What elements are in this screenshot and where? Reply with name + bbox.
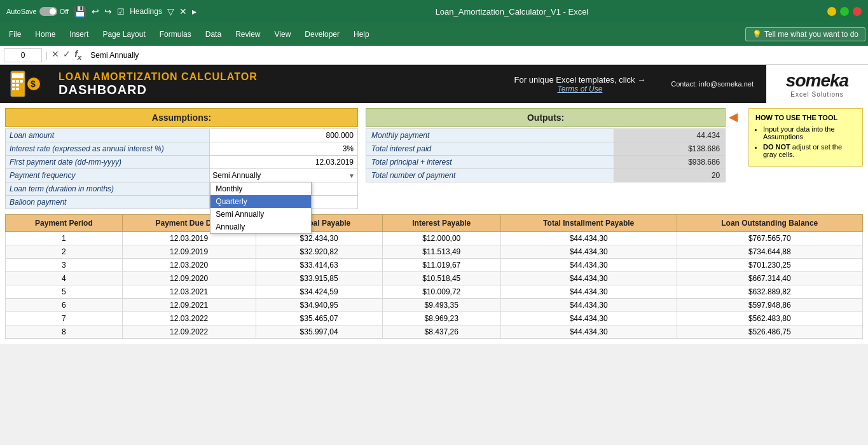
col-header-total-installment: Total Installment Payable: [500, 215, 677, 232]
table-cell-r3-c2: 12.03.2020: [122, 259, 256, 272]
autosave-toggle[interactable]: [39, 7, 57, 16]
outputs-section: Outputs: Monthly payment 44.434 Total in…: [366, 108, 726, 182]
cancel-formula-icon[interactable]: ✕: [52, 49, 59, 61]
outputs-with-arrow: Outputs: Monthly payment 44.434 Total in…: [366, 108, 863, 182]
filter-icon[interactable]: ▽: [167, 6, 174, 17]
menu-insert[interactable]: Insert: [63, 27, 95, 41]
table-cell-r1-c5: $44.434,30: [500, 232, 677, 245]
svg-rect-4: [20, 80, 23, 83]
svg-rect-5: [12, 84, 15, 86]
table-cell-r2-c2: 12.09.2019: [122, 245, 256, 259]
table-cell-r3-c1: 3: [6, 259, 123, 272]
table-header-row: Payment Period Payment Due Date Principa…: [6, 215, 863, 232]
insert-function-icon[interactable]: fx: [74, 49, 81, 61]
interest-rate-value[interactable]: 3%: [210, 142, 358, 156]
headings-button[interactable]: Headings: [130, 7, 162, 16]
menu-developer[interactable]: Developer: [298, 27, 346, 41]
table-row: 312.03.2020$33.414,63$11.019,67$44.434,3…: [6, 259, 863, 272]
dropdown-option-semi-annually[interactable]: Semi Annually: [210, 208, 311, 221]
dash-subtitle: DASHBOARD: [59, 83, 494, 97]
table-row: Total number of payment 20: [366, 169, 726, 182]
menu-review[interactable]: Review: [229, 27, 266, 41]
table-cell-r8-c1: 8: [6, 325, 123, 339]
first-payment-label: First payment date (dd-mm-yyyy): [6, 156, 210, 169]
table-cell-r3-c4: $11.019,67: [382, 259, 500, 272]
table-row: 112.03.2019$32.434,30$12.000,00$44.434,3…: [6, 232, 863, 245]
assumptions-table: Loan amount 800.000 Interest rate (expre…: [5, 128, 358, 209]
table-row: 712.03.2022$35.465,07$8.969,23$44.434,30…: [6, 312, 863, 325]
menu-home[interactable]: Home: [29, 27, 62, 41]
menu-view[interactable]: View: [268, 27, 298, 41]
menu-page-layout[interactable]: Page Layout: [96, 27, 151, 41]
payment-table-body: 112.03.2019$32.434,30$12.000,00$44.434,3…: [6, 232, 863, 339]
filter-x-icon[interactable]: ✕: [179, 6, 187, 17]
save-icon[interactable]: 💾: [74, 6, 86, 18]
formula-input[interactable]: [85, 51, 864, 60]
how-to-use-box: HOW TO USE THE TOOL Input your data into…: [748, 108, 863, 167]
terms-of-use-link[interactable]: Terms of Use: [557, 85, 602, 93]
menu-data[interactable]: Data: [199, 27, 228, 41]
info-arrow-icon: ◄: [726, 108, 741, 126]
table-cell-r6-c6: $597.948,86: [677, 299, 862, 312]
table-cell-r7-c2: 12.03.2022: [122, 312, 256, 325]
tell-me-input[interactable]: 💡 Tell me what you want to do: [745, 27, 865, 41]
interest-rate-label: Interest rate (expressed as annual inter…: [6, 142, 210, 156]
title-bar-right: [827, 7, 862, 16]
payment-table: Payment Period Payment Due Date Principa…: [5, 214, 863, 339]
menu-file[interactable]: File: [3, 27, 27, 41]
table-row: 412.09.2020$33.915,85$10.518,45$44.434,3…: [6, 272, 863, 285]
payment-frequency-label: Payment frequency: [6, 169, 210, 182]
total-principal-label: Total principal + interest: [366, 156, 614, 169]
table-cell-r5-c3: $34.424,59: [256, 285, 382, 299]
total-principal-value: $938.686: [614, 156, 726, 169]
table-cell-r8-c2: 12.09.2022: [122, 325, 256, 339]
title-bar-title: Loan_Amortization_Calculator_V1 - Excel: [436, 7, 589, 17]
table-row: Monthly payment 44.434: [366, 129, 726, 142]
table-cell-r5-c5: $44.434,30: [500, 285, 677, 299]
table-row: First payment date (dd-mm-yyyy) 12.03.20…: [6, 156, 358, 169]
monthly-payment-value: 44.434: [614, 129, 726, 142]
brand-sub: Excel Solutions: [790, 91, 843, 98]
how-to-list: Input your data into the Assumptions DO …: [755, 125, 856, 158]
formula-icons: ✕ ✓ fx: [52, 49, 81, 61]
table-cell-r6-c4: $9.493,35: [382, 299, 500, 312]
redo-icon[interactable]: ↪: [104, 6, 112, 17]
table-cell-r5-c2: 12.03.2021: [122, 285, 256, 299]
close-btn[interactable]: [853, 7, 862, 16]
table-row: 612.09.2021$34.940,95$9.493,35$44.434,30…: [6, 299, 863, 312]
dropdown-option-quarterly[interactable]: Quarterly: [210, 195, 311, 208]
undo-icon[interactable]: ↩: [92, 6, 99, 17]
table-cell-r6-c3: $34.940,95: [256, 299, 382, 312]
title-bar-left: AutoSave Off 💾 ↩ ↪ ☑ Headings ▽ ✕ ▸: [6, 6, 196, 18]
cell-reference-input[interactable]: [4, 48, 42, 62]
table-cell-r2-c1: 2: [6, 245, 123, 259]
dash-unique-text: For unique Excel templates, click →: [514, 75, 646, 85]
table-cell-r4-c3: $33.915,85: [256, 272, 382, 285]
total-payments-value: 20: [614, 169, 726, 182]
more-icon[interactable]: ▸: [192, 6, 196, 17]
dash-logo: $: [0, 65, 51, 103]
autosave-label: AutoSave Off: [6, 7, 69, 16]
table-cell-r7-c3: $35.465,07: [256, 312, 382, 325]
table-cell-r4-c6: $667.314,40: [677, 272, 862, 285]
table-cell-r8-c4: $8.437,26: [382, 325, 500, 339]
svg-rect-1: [12, 73, 24, 78]
formula-bar: | ✕ ✓ fx: [0, 46, 868, 65]
dropdown-arrow-icon: ▼: [348, 172, 355, 179]
minimize-btn[interactable]: [827, 7, 836, 16]
table-cell-r7-c6: $562.483,80: [677, 312, 862, 325]
menu-help[interactable]: Help: [347, 27, 376, 41]
loan-amount-value[interactable]: 800.000: [210, 129, 358, 142]
dropdown-option-monthly[interactable]: Monthly: [210, 182, 311, 195]
table-cell-r3-c3: $33.414,63: [256, 259, 382, 272]
payment-frequency-dropdown[interactable]: Semi Annually ▼ Monthly Quarterly Semi A…: [210, 169, 358, 182]
loan-amount-label: Loan amount: [6, 129, 210, 142]
table-cell-r7-c4: $8.969,23: [382, 312, 500, 325]
maximize-btn[interactable]: [840, 7, 849, 16]
dropdown-option-annually[interactable]: Annually: [210, 221, 311, 233]
table-cell-r1-c1: 1: [6, 232, 123, 245]
dropdown-display: Semi Annually ▼: [210, 170, 357, 181]
confirm-formula-icon[interactable]: ✓: [63, 49, 71, 61]
menu-formulas[interactable]: Formulas: [153, 27, 198, 41]
first-payment-value[interactable]: 12.03.2019: [210, 156, 358, 169]
